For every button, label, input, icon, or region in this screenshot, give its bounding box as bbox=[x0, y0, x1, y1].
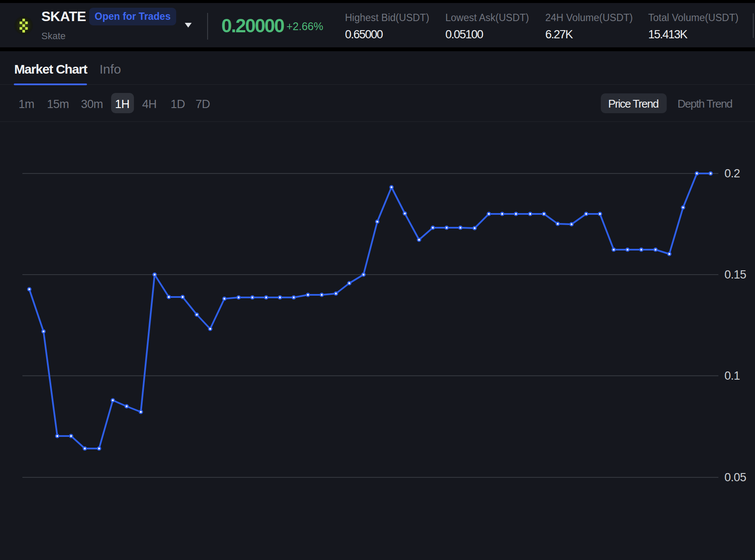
svg-text:0.2: 0.2 bbox=[724, 167, 740, 180]
svg-text:0.15: 0.15 bbox=[724, 268, 746, 281]
svg-text:0.05: 0.05 bbox=[724, 471, 746, 484]
svg-text:0.1: 0.1 bbox=[724, 369, 740, 382]
